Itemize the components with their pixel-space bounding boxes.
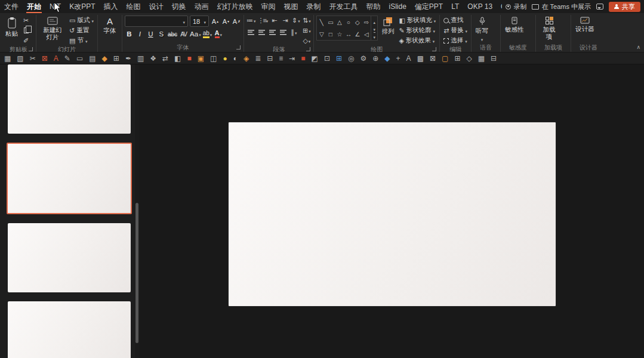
change-case-button[interactable]: Aa: [190, 29, 201, 39]
slide-thumbnail[interactable]: [7, 143, 132, 214]
gem-orange-icon[interactable]: ◈: [244, 55, 249, 62]
text-highlight-button[interactable]: ab: [203, 29, 212, 39]
bold-button[interactable]: B: [125, 29, 134, 39]
decrease-font-size-button[interactable]: [221, 17, 230, 26]
shape-fill-button[interactable]: 形状填充: [398, 16, 437, 25]
shape-item[interactable]: ◁: [364, 31, 369, 38]
text-direction-button[interactable]: [302, 16, 311, 25]
shape-item[interactable]: ⇨: [364, 19, 369, 26]
menu-tab[interactable]: O K10: [497, 0, 502, 13]
menu-tab[interactable]: 录制: [302, 0, 325, 13]
align-left-button[interactable]: [246, 27, 255, 37]
plus-icon[interactable]: +: [396, 55, 400, 62]
convert-to-smartart-button[interactable]: [302, 36, 311, 45]
shape-item[interactable]: ╲: [320, 19, 323, 26]
stop-red-icon[interactable]: ■: [187, 55, 191, 62]
textbox-icon[interactable]: ▭: [76, 55, 83, 62]
menu-tab[interactable]: 开发工具: [325, 0, 362, 13]
contrast-icon[interactable]: ◐: [233, 55, 238, 62]
menu-tab[interactable]: 插入: [99, 0, 122, 13]
grid-blue-icon[interactable]: ⊞: [336, 55, 342, 62]
new-slide-button[interactable]: 新建幻灯片: [39, 16, 66, 42]
font-color-red-icon[interactable]: A: [54, 55, 58, 62]
share-button[interactable]: 共享: [609, 2, 640, 12]
section-button[interactable]: 节: [68, 36, 95, 45]
split-cells-icon[interactable]: ◫: [210, 55, 217, 62]
arrange-icon[interactable]: ❖: [150, 55, 156, 62]
scroll-down-icon[interactable]: [374, 25, 376, 32]
shape-outline-button[interactable]: 形状轮廓: [398, 26, 437, 35]
clear-formatting-button[interactable]: [232, 17, 241, 26]
minus-box-icon[interactable]: ⊟: [491, 55, 497, 62]
line-spacing-button[interactable]: [291, 16, 300, 25]
indent-icon[interactable]: ⇥: [289, 55, 295, 62]
shape-item[interactable]: □: [329, 31, 332, 38]
dialog-launcher-icon[interactable]: [236, 45, 241, 50]
cut-button[interactable]: [21, 16, 30, 25]
select-button[interactable]: 选择: [442, 36, 469, 45]
menu-tab[interactable]: 切换: [167, 0, 190, 13]
designer-button[interactable]: 设计器: [574, 16, 596, 33]
align-right-button[interactable]: [268, 27, 277, 37]
menu-tab[interactable]: 审阅: [257, 0, 279, 13]
increase-indent-button[interactable]: [281, 16, 289, 25]
decrease-indent-button[interactable]: [270, 16, 279, 25]
table2-icon[interactable]: ⊞: [454, 55, 460, 62]
menu-tab[interactable]: 设计: [144, 0, 167, 13]
copy-button[interactable]: [21, 26, 30, 35]
scrollbar-thumb[interactable]: [135, 203, 138, 343]
shape-item[interactable]: ∠: [355, 31, 360, 38]
font-size-combobox[interactable]: 18: [190, 16, 209, 27]
more-shapes-icon[interactable]: [374, 32, 376, 40]
shape-item[interactable]: ◇: [355, 19, 360, 26]
bullets-button[interactable]: [246, 16, 256, 25]
dictate-button[interactable]: 听写: [474, 16, 490, 44]
close-box-icon[interactable]: ⊠: [430, 55, 436, 62]
dialog-launcher-icon[interactable]: [306, 47, 310, 51]
shape-item[interactable]: ▽: [319, 31, 324, 38]
menu-tab[interactable]: K改PPT: [65, 0, 99, 13]
shape-effects-button[interactable]: 形状效果: [398, 36, 437, 45]
shape-item[interactable]: △: [337, 19, 342, 26]
slide-canvas[interactable]: [229, 122, 556, 306]
align-text-button[interactable]: [302, 26, 311, 35]
sensitivity-button[interactable]: 敏感性: [503, 16, 526, 34]
menu-tab[interactable]: LT: [447, 0, 463, 13]
ink-pen-icon[interactable]: ✒: [125, 55, 131, 62]
justify-button[interactable]: [279, 27, 288, 37]
collapse-icon[interactable]: ⊟: [267, 55, 273, 62]
target-icon[interactable]: ◎: [348, 55, 354, 62]
menu-tab[interactable]: 帮助: [362, 0, 384, 13]
shape-item[interactable]: ☆: [337, 31, 342, 38]
grid2-icon[interactable]: ▦: [478, 55, 485, 62]
table-icon[interactable]: ▦: [4, 55, 11, 62]
cut-icon[interactable]: ✂: [30, 55, 36, 62]
font-tool-button[interactable]: A 字体: [100, 16, 119, 35]
menu-lines-icon[interactable]: ≡: [279, 55, 283, 62]
add-circle-icon[interactable]: ⊕: [372, 55, 378, 62]
addins-button[interactable]: 加载项: [538, 16, 560, 41]
slide-thumbnail[interactable]: [8, 64, 131, 134]
circle-yellow-icon[interactable]: ●: [223, 55, 227, 62]
diamond-outline-icon[interactable]: ◇: [466, 55, 472, 62]
gear-icon[interactable]: ⚙: [360, 55, 367, 62]
italic-button[interactable]: I: [135, 29, 144, 39]
layout-button[interactable]: 版式: [68, 16, 95, 25]
menu-tab[interactable]: 开始: [23, 0, 45, 13]
record-button[interactable]: 录制: [506, 2, 526, 11]
menu-tab[interactable]: OKP 13: [463, 0, 497, 13]
dialog-launcher-icon[interactable]: [29, 47, 33, 51]
font-color-button[interactable]: A: [214, 29, 223, 39]
present-in-teams-button[interactable]: 在 Teams 中展示: [532, 2, 591, 11]
shape-item[interactable]: ▭: [328, 19, 333, 26]
find-button[interactable]: 查找: [442, 16, 469, 25]
diamond-orange-icon[interactable]: ◆: [102, 55, 107, 62]
shading-icon[interactable]: ▧: [17, 55, 23, 62]
select-orange-icon[interactable]: ▣: [198, 55, 204, 62]
pen-icon[interactable]: ✎: [64, 55, 70, 62]
columns-icon[interactable]: ▥: [137, 55, 144, 62]
square-red-icon[interactable]: ■: [301, 55, 305, 62]
thumbnail-scrollbar[interactable]: [135, 64, 140, 358]
numbering-button[interactable]: [257, 16, 268, 25]
reset-button[interactable]: 重置: [68, 26, 95, 35]
